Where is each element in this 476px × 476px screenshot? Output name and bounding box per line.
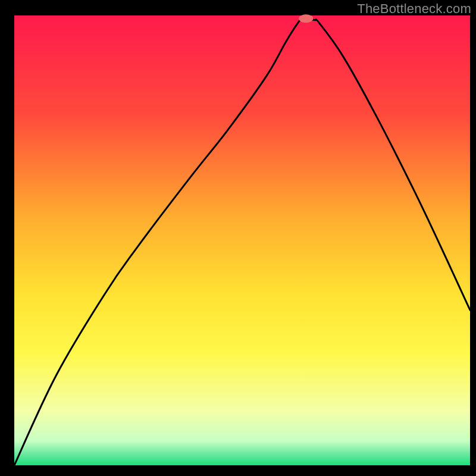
optimal-marker xyxy=(299,14,313,23)
chart-svg xyxy=(0,0,476,476)
chart-root: { "watermark": "TheBottleneck.com", "cha… xyxy=(0,0,476,476)
plot-background xyxy=(14,15,470,465)
watermark-text: TheBottleneck.com xyxy=(357,1,471,17)
